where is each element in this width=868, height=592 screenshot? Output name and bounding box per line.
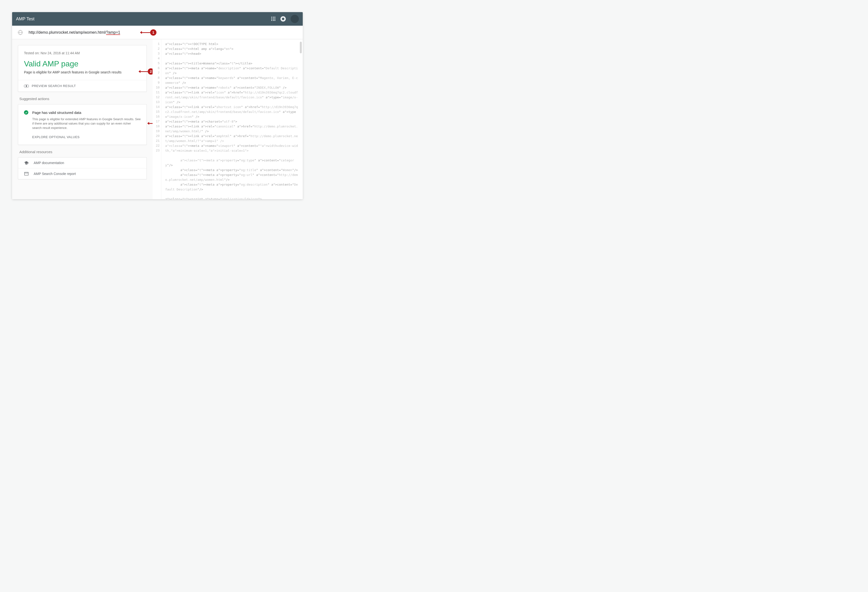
url-bar[interactable]: http://demo.plumrocket.net/amp/women.htm…: [12, 26, 303, 39]
svg-rect-0: [24, 172, 28, 175]
url-base: http://demo.plumrocket.net/amp/women.htm…: [29, 30, 106, 34]
annotation-arrow-1: [140, 32, 150, 33]
source-code-view[interactable]: a">class="t"><!DOCTYPE html> a">class="t…: [161, 39, 303, 199]
graduation-cap-icon: [24, 161, 29, 164]
suggested-actions-heading: Suggested actions: [18, 97, 147, 101]
tested-on-text: Tested on: Nov 24, 2016 at 11:44 AM: [24, 51, 141, 55]
apps-icon[interactable]: [271, 17, 276, 21]
preview-action-label: PREVIEW SEARCH RESULT: [32, 84, 76, 88]
structured-data-description: This page is eligible for extended AMP f…: [32, 117, 141, 130]
results-panel: Tested on: Nov 24, 2016 at 11:44 AM Vali…: [12, 39, 153, 199]
app-title: AMP Test: [16, 16, 34, 22]
resource-label: AMP Search Console report: [34, 172, 76, 176]
structured-data-title: Page has valid structured data: [32, 111, 81, 115]
source-code-panel: 1 2 3 4 5 6 7 8 9 10 11 12 13 14 15 16 1…: [153, 39, 303, 199]
result-title: Valid AMP page: [24, 59, 141, 68]
notifications-icon[interactable]: [280, 16, 286, 22]
annotation-arrow-2: [139, 71, 148, 72]
result-card: Tested on: Nov 24, 2016 at 11:44 AM Vali…: [18, 45, 147, 92]
app-header: AMP Test: [12, 12, 303, 26]
main-content: Tested on: Nov 24, 2016 at 11:44 AM Vali…: [12, 39, 303, 199]
resources-card: AMP documentation AMP Search Console rep…: [18, 157, 147, 179]
resource-label: AMP documentation: [34, 161, 64, 165]
annotation-callout-2: 2: [148, 68, 153, 75]
app-window: AMP Test http://demo.plumrocket.net/amp/…: [12, 12, 303, 199]
resource-link-docs[interactable]: AMP documentation: [18, 157, 146, 169]
annotation-arrow-3: [148, 123, 153, 124]
globe-icon: [18, 30, 23, 35]
additional-resources-heading: Additional resources: [18, 150, 147, 154]
resource-link-console[interactable]: AMP Search Console report: [18, 169, 146, 179]
check-circle-icon: [24, 110, 28, 115]
url-text: http://demo.plumrocket.net/amp/women.htm…: [29, 30, 120, 35]
preview-search-result-button[interactable]: PREVIEW SEARCH RESULT: [18, 80, 146, 92]
result-description: Page is eligible for AMP search features…: [24, 70, 141, 74]
annotation-callout-1: 1: [150, 29, 156, 36]
user-avatar[interactable]: [291, 15, 299, 23]
line-number-gutter: 1 2 3 4 5 6 7 8 9 10 11 12 13 14 15 16 1…: [153, 39, 161, 199]
explore-optional-values-button[interactable]: EXPLORE OPTIONAL VALUES: [32, 135, 141, 139]
header-icons: [271, 15, 299, 23]
structured-data-card: Page has valid structured data This page…: [18, 104, 147, 145]
web-icon: [24, 172, 29, 175]
url-highlight: ?amp=1: [106, 30, 120, 35]
scrollbar-handle[interactable]: [300, 42, 302, 53]
eye-icon: [24, 84, 29, 88]
